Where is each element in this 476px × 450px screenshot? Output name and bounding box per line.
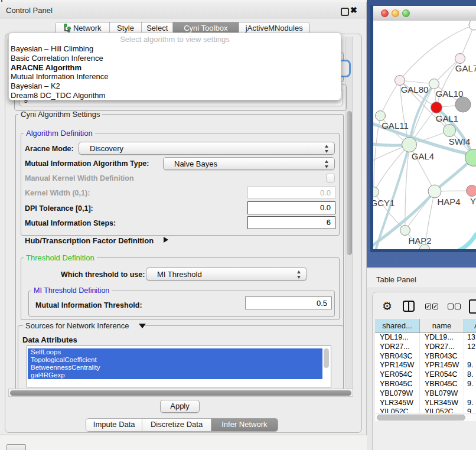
table-cell: YDR27...	[375, 343, 420, 352]
data-attributes-list[interactable]: SelfLoopsTopologicalCoefficientBetweenne…	[27, 345, 331, 387]
network-node[interactable]	[395, 76, 405, 86]
close-window-icon[interactable]: ✖	[350, 5, 357, 15]
attribute-item[interactable]: BetweennessCentrality	[28, 364, 322, 371]
tab-label: jActiveMNodules	[246, 24, 303, 32]
network-node[interactable]	[402, 138, 417, 152]
network-node[interactable]	[373, 187, 379, 197]
network-node[interactable]	[428, 185, 441, 198]
network-node[interactable]	[455, 54, 465, 64]
network-node[interactable]	[429, 79, 439, 89]
table-cell: YER054C	[375, 370, 420, 380]
network-canvas[interactable]: GAL7GAL80GAL10GAL1GAL11SWI4GAL4GCY1HAP4Y…	[373, 21, 476, 249]
network-node[interactable]	[467, 185, 476, 197]
which-threshold-combobox[interactable]: MI Threshold	[146, 268, 307, 281]
attribute-item[interactable]: SelfLoops	[28, 348, 322, 356]
aracne-mode-combobox[interactable]: Discovery	[79, 142, 335, 155]
popup-item[interactable]: Bayesian – Hill Climbing	[11, 44, 339, 54]
table-column-header[interactable]: shared...	[375, 319, 420, 332]
data-attributes-label: Data Attributes	[22, 335, 77, 344]
control-panel-titlebar[interactable]: Control Panel ✖	[0, 2, 366, 19]
popup-item[interactable]: Dream8 DC_TDC Algorithm	[11, 91, 339, 100]
network-view-window: GAL7GAL80GAL10GAL1GAL11SWI4GAL4GCY1HAP4Y…	[370, 5, 476, 252]
table-cell: YBR043C	[420, 352, 464, 361]
table-row[interactable]: YBR045CYBR045C9.	[375, 380, 476, 389]
tab-label: Cyni Toolbox	[184, 24, 227, 32]
manual-kernel-width-checkbox[interactable]	[326, 174, 335, 182]
close-traffic-light-icon[interactable]	[381, 9, 389, 17]
network-icon	[63, 24, 71, 32]
table-row[interactable]: YDL19...YDL19...13	[375, 333, 476, 343]
unchecked-box-icon[interactable]	[448, 304, 454, 309]
node-table[interactable]: shared...nameA YDL19...YDL19...13YDR27..…	[375, 319, 476, 413]
network-node[interactable]	[376, 111, 386, 121]
table-cell: YBR043C	[375, 352, 420, 361]
table-cell: YIL052C	[375, 407, 420, 413]
mi-algorithm-type-combobox[interactable]: Naive Bayes	[163, 157, 335, 170]
table-body[interactable]: YDL19...YDL19...13YDR27...YDR27...12YBR0…	[375, 333, 476, 413]
mi-threshold-field[interactable]: 0.5	[245, 296, 332, 309]
unchecked-box-icon[interactable]	[455, 304, 461, 309]
network-node[interactable]	[400, 226, 410, 236]
checked-box-icon[interactable]: ✓	[432, 304, 438, 309]
table-row[interactable]: YPR145WYPR145W9.	[375, 361, 476, 370]
table-column-header[interactable]: name	[420, 319, 464, 332]
checked-box-icon[interactable]: ✓	[425, 304, 431, 309]
network-node[interactable]	[469, 21, 476, 30]
table-row[interactable]: YBL079WYBL079W	[375, 389, 476, 399]
network-edge[interactable]	[454, 234, 476, 249]
network-edge[interactable]	[380, 80, 400, 116]
tab-discretize-data[interactable]: Discretize Data	[142, 419, 211, 431]
algorithm-dropdown-popup: Select algorithm to view settings Bayesi…	[8, 32, 341, 100]
float-window-icon[interactable]	[341, 8, 349, 16]
network-window-titlebar[interactable]	[373, 6, 476, 21]
attribute-item[interactable]: gal4RGexp	[28, 371, 322, 379]
table-row[interactable]: YBR043CYBR043C	[375, 352, 476, 361]
table-row[interactable]: YLR345WYLR345W9.	[375, 399, 476, 408]
dpi-tolerance-field[interactable]: 0.0	[247, 201, 335, 214]
table-cell: YPR145W	[420, 361, 464, 370]
tab-infer-network[interactable]: Infer Network	[211, 419, 278, 431]
table-row[interactable]: YER054CYER054C8.	[375, 370, 476, 380]
tab-label: Discretize Data	[151, 420, 203, 429]
table-row[interactable]: YIL052CYIL052C9	[375, 407, 476, 413]
settings-horizontal-scrollbar[interactable]	[8, 389, 353, 397]
mi-steps-field[interactable]: 6	[247, 216, 335, 229]
network-node-label: HAP2	[408, 236, 431, 246]
popup-item[interactable]: Bayesian – K2	[11, 81, 339, 91]
popup-item[interactable]: ARACNE Algorithm	[11, 63, 339, 73]
list-scrollbar-thumb[interactable]	[324, 348, 329, 368]
network-node[interactable]	[455, 97, 471, 112]
apply-button[interactable]: Apply	[160, 400, 200, 413]
bottom-left-chip[interactable]	[6, 444, 26, 450]
expand-arrow-icon[interactable]	[164, 237, 168, 243]
table-horizontal-scrollbar[interactable]	[375, 413, 476, 421]
split-columns-icon[interactable]	[403, 301, 415, 312]
settings-horizontal-scrollbar-thumb[interactable]	[10, 390, 351, 396]
table-column-header[interactable]: A	[464, 319, 476, 332]
tab-impute-data[interactable]: Impute Data	[86, 419, 142, 431]
table-panel-title: Table Panel	[376, 275, 416, 284]
zoom-traffic-light-icon[interactable]	[402, 9, 410, 17]
mi-threshold-definition-title: MI Threshold Definition	[31, 286, 112, 295]
kernel-width-field[interactable]: 0.0	[247, 186, 335, 199]
attribute-item[interactable]: TopologicalCoefficient	[28, 356, 322, 364]
combobox-arrows-icon	[296, 270, 301, 279]
window-title: Control Panel	[6, 6, 53, 15]
network-node[interactable]	[444, 125, 456, 137]
table-cell: 9.	[464, 399, 476, 408]
collapse-arrow-icon[interactable]	[139, 324, 146, 328]
network-node-label: GAL7	[455, 63, 476, 73]
minimize-traffic-light-icon[interactable]	[392, 9, 399, 17]
network-node-label: Y	[470, 196, 476, 206]
table-row[interactable]: YDR27...YDR27...12	[375, 343, 476, 352]
network-node[interactable]	[431, 102, 442, 113]
table-header-row[interactable]: shared...nameA	[375, 319, 476, 333]
gear-icon[interactable]: ⚙	[382, 301, 392, 312]
combobox-arrows-icon	[324, 145, 329, 153]
table-cell: YIL052C	[420, 407, 464, 413]
settings-vertical-scrollbar-thumb[interactable]	[347, 111, 352, 255]
document-icon[interactable]	[469, 299, 476, 314]
popup-item[interactable]: Mutual Information Inference	[11, 72, 339, 81]
table-horizontal-scrollbar-thumb[interactable]	[377, 415, 465, 420]
popup-item[interactable]: Basic Correlation Inference	[11, 54, 339, 63]
